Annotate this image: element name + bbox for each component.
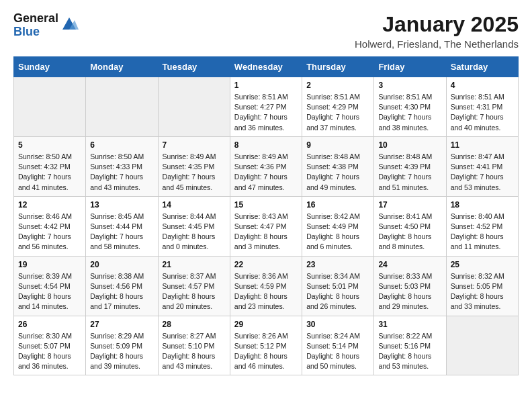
day-number: 5 xyxy=(18,140,81,150)
day-number: 1 xyxy=(234,81,298,90)
calendar-cell: 8Sunrise: 8:49 AM Sunset: 4:36 PM Daylig… xyxy=(230,136,302,196)
calendar-cell: 1Sunrise: 8:51 AM Sunset: 4:27 PM Daylig… xyxy=(230,77,302,137)
day-info: Sunrise: 8:32 AM Sunset: 5:05 PM Dayligh… xyxy=(451,271,514,312)
day-number: 21 xyxy=(163,260,226,269)
weekday-header-saturday: Saturday xyxy=(446,57,518,77)
day-info: Sunrise: 8:34 AM Sunset: 5:01 PM Dayligh… xyxy=(306,271,369,312)
day-info: Sunrise: 8:42 AM Sunset: 4:49 PM Dayligh… xyxy=(306,212,369,253)
day-info: Sunrise: 8:41 AM Sunset: 4:50 PM Dayligh… xyxy=(378,212,441,253)
calendar-cell: 5Sunrise: 8:50 AM Sunset: 4:32 PM Daylig… xyxy=(14,136,86,196)
day-number: 2 xyxy=(306,81,369,90)
day-info: Sunrise: 8:27 AM Sunset: 5:10 PM Dayligh… xyxy=(163,331,226,372)
day-info: Sunrise: 8:43 AM Sunset: 4:47 PM Dayligh… xyxy=(234,212,298,253)
week-row-3: 12Sunrise: 8:46 AM Sunset: 4:42 PM Dayli… xyxy=(14,196,519,256)
day-info: Sunrise: 8:46 AM Sunset: 4:42 PM Dayligh… xyxy=(18,212,81,253)
calendar-cell: 15Sunrise: 8:43 AM Sunset: 4:47 PM Dayli… xyxy=(230,196,302,256)
day-number: 9 xyxy=(306,140,369,150)
calendar-cell: 22Sunrise: 8:36 AM Sunset: 4:59 PM Dayli… xyxy=(230,256,302,316)
day-number: 27 xyxy=(90,320,153,329)
day-info: Sunrise: 8:40 AM Sunset: 4:52 PM Dayligh… xyxy=(451,212,514,253)
day-info: Sunrise: 8:38 AM Sunset: 4:56 PM Dayligh… xyxy=(90,271,153,312)
day-number: 4 xyxy=(451,81,514,90)
calendar-cell: 13Sunrise: 8:45 AM Sunset: 4:44 PM Dayli… xyxy=(86,196,158,256)
day-number: 28 xyxy=(163,320,226,329)
logo-blue: Blue xyxy=(13,26,58,39)
calendar-cell: 9Sunrise: 8:48 AM Sunset: 4:38 PM Daylig… xyxy=(302,136,374,196)
day-number: 31 xyxy=(378,320,441,329)
day-info: Sunrise: 8:49 AM Sunset: 4:35 PM Dayligh… xyxy=(163,152,226,193)
calendar-cell: 19Sunrise: 8:39 AM Sunset: 4:54 PM Dayli… xyxy=(14,256,86,316)
calendar-cell: 11Sunrise: 8:47 AM Sunset: 4:41 PM Dayli… xyxy=(446,136,518,196)
day-number: 22 xyxy=(234,260,298,269)
weekday-header-thursday: Thursday xyxy=(302,57,374,77)
title-block: January 2025 Holwerd, Friesland, The Net… xyxy=(355,12,519,50)
day-number: 29 xyxy=(234,320,298,329)
logo: General Blue xyxy=(13,12,79,39)
day-number: 23 xyxy=(306,260,369,269)
page: General Blue January 2025 Holwerd, Fries… xyxy=(0,0,532,383)
weekday-header-sunday: Sunday xyxy=(14,57,86,77)
day-number: 17 xyxy=(378,200,441,210)
day-number: 19 xyxy=(18,260,81,269)
calendar-cell: 31Sunrise: 8:22 AM Sunset: 5:16 PM Dayli… xyxy=(374,316,446,375)
day-number: 7 xyxy=(163,140,226,150)
calendar-cell: 25Sunrise: 8:32 AM Sunset: 5:05 PM Dayli… xyxy=(446,256,518,316)
day-number: 11 xyxy=(451,140,514,150)
day-info: Sunrise: 8:50 AM Sunset: 4:32 PM Dayligh… xyxy=(18,152,81,193)
day-number: 16 xyxy=(306,200,369,210)
calendar-cell xyxy=(158,77,230,137)
calendar-cell: 29Sunrise: 8:26 AM Sunset: 5:12 PM Dayli… xyxy=(230,316,302,375)
logo-general: General xyxy=(13,12,58,26)
calendar-cell: 28Sunrise: 8:27 AM Sunset: 5:10 PM Dayli… xyxy=(158,316,230,375)
weekday-header-row: SundayMondayTuesdayWednesdayThursdayFrid… xyxy=(14,57,519,77)
day-info: Sunrise: 8:45 AM Sunset: 4:44 PM Dayligh… xyxy=(90,212,153,253)
calendar-cell: 4Sunrise: 8:51 AM Sunset: 4:31 PM Daylig… xyxy=(446,77,518,137)
day-info: Sunrise: 8:39 AM Sunset: 4:54 PM Dayligh… xyxy=(18,271,81,312)
calendar-cell xyxy=(14,77,86,137)
week-row-1: 1Sunrise: 8:51 AM Sunset: 4:27 PM Daylig… xyxy=(14,77,519,137)
week-row-4: 19Sunrise: 8:39 AM Sunset: 4:54 PM Dayli… xyxy=(14,256,519,316)
calendar-cell: 6Sunrise: 8:50 AM Sunset: 4:33 PM Daylig… xyxy=(86,136,158,196)
calendar-cell: 24Sunrise: 8:33 AM Sunset: 5:03 PM Dayli… xyxy=(374,256,446,316)
calendar-cell: 30Sunrise: 8:24 AM Sunset: 5:14 PM Dayli… xyxy=(302,316,374,375)
calendar-cell: 26Sunrise: 8:30 AM Sunset: 5:07 PM Dayli… xyxy=(14,316,86,375)
calendar-cell: 7Sunrise: 8:49 AM Sunset: 4:35 PM Daylig… xyxy=(158,136,230,196)
day-info: Sunrise: 8:48 AM Sunset: 4:38 PM Dayligh… xyxy=(306,152,369,193)
calendar-cell: 21Sunrise: 8:37 AM Sunset: 4:57 PM Dayli… xyxy=(158,256,230,316)
day-info: Sunrise: 8:48 AM Sunset: 4:39 PM Dayligh… xyxy=(378,152,441,193)
day-number: 24 xyxy=(378,260,441,269)
day-number: 10 xyxy=(378,140,441,150)
month-title: January 2025 xyxy=(355,12,519,37)
day-info: Sunrise: 8:47 AM Sunset: 4:41 PM Dayligh… xyxy=(451,152,514,193)
weekday-header-friday: Friday xyxy=(374,57,446,77)
calendar-cell: 23Sunrise: 8:34 AM Sunset: 5:01 PM Dayli… xyxy=(302,256,374,316)
day-number: 18 xyxy=(451,200,514,210)
day-info: Sunrise: 8:33 AM Sunset: 5:03 PM Dayligh… xyxy=(378,271,441,312)
day-number: 15 xyxy=(234,200,298,210)
day-number: 20 xyxy=(90,260,153,269)
day-info: Sunrise: 8:30 AM Sunset: 5:07 PM Dayligh… xyxy=(18,331,81,372)
day-info: Sunrise: 8:51 AM Sunset: 4:30 PM Dayligh… xyxy=(378,92,441,133)
day-number: 14 xyxy=(163,200,226,210)
logo-text: General Blue xyxy=(13,12,58,39)
day-number: 12 xyxy=(18,200,81,210)
day-info: Sunrise: 8:37 AM Sunset: 4:57 PM Dayligh… xyxy=(163,271,226,312)
week-row-2: 5Sunrise: 8:50 AM Sunset: 4:32 PM Daylig… xyxy=(14,136,519,196)
calendar: SundayMondayTuesdayWednesdayThursdayFrid… xyxy=(13,56,519,375)
header: General Blue January 2025 Holwerd, Fries… xyxy=(13,12,519,50)
day-info: Sunrise: 8:26 AM Sunset: 5:12 PM Dayligh… xyxy=(234,331,298,372)
calendar-cell: 18Sunrise: 8:40 AM Sunset: 4:52 PM Dayli… xyxy=(446,196,518,256)
day-number: 25 xyxy=(451,260,514,269)
calendar-cell: 2Sunrise: 8:51 AM Sunset: 4:29 PM Daylig… xyxy=(302,77,374,137)
day-info: Sunrise: 8:51 AM Sunset: 4:27 PM Dayligh… xyxy=(234,92,298,133)
calendar-cell: 27Sunrise: 8:29 AM Sunset: 5:09 PM Dayli… xyxy=(86,316,158,375)
day-number: 30 xyxy=(306,320,369,329)
day-info: Sunrise: 8:51 AM Sunset: 4:31 PM Dayligh… xyxy=(451,92,514,133)
day-number: 26 xyxy=(18,320,81,329)
calendar-cell: 16Sunrise: 8:42 AM Sunset: 4:49 PM Dayli… xyxy=(302,196,374,256)
day-number: 13 xyxy=(90,200,153,210)
calendar-cell: 20Sunrise: 8:38 AM Sunset: 4:56 PM Dayli… xyxy=(86,256,158,316)
weekday-header-monday: Monday xyxy=(86,57,158,77)
logo-icon xyxy=(60,15,79,34)
calendar-cell: 10Sunrise: 8:48 AM Sunset: 4:39 PM Dayli… xyxy=(374,136,446,196)
